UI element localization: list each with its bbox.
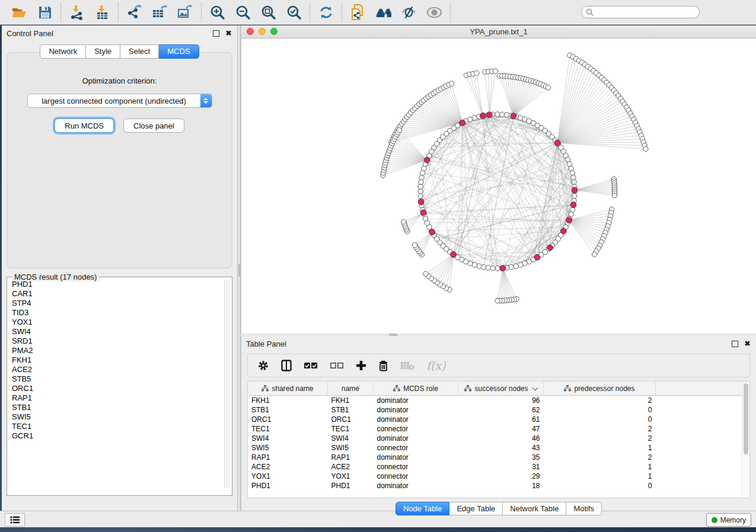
- cell-shared-name[interactable]: STB1: [248, 405, 328, 415]
- cell-MCDS-role[interactable]: connector: [374, 462, 458, 472]
- show-all-icon[interactable]: [426, 4, 442, 20]
- graph-hub-node[interactable]: [500, 265, 506, 271]
- splitter-grip[interactable]: [238, 264, 240, 277]
- cell-successor-nodes[interactable]: 62: [458, 405, 544, 415]
- graph-node[interactable]: [419, 180, 423, 184]
- graph-hub-node[interactable]: [487, 112, 493, 118]
- export-table-icon[interactable]: [152, 4, 168, 20]
- mcds-result-item[interactable]: ORC1: [11, 384, 232, 393]
- cell-name[interactable]: ORC1: [328, 415, 374, 424]
- close-window-icon[interactable]: [247, 28, 254, 35]
- graph-hub-node[interactable]: [511, 113, 516, 119]
- run-mcds-button[interactable]: Run MCDS: [55, 118, 114, 133]
- cell-predecessor-nodes[interactable]: 0: [544, 405, 656, 415]
- graph-node[interactable]: [495, 266, 500, 271]
- add-icon[interactable]: [356, 358, 366, 373]
- column-header-predecessor-nodes[interactable]: predecessor nodes: [544, 382, 656, 396]
- graph-node[interactable]: [571, 175, 576, 180]
- mcds-result-item[interactable]: SWI5: [11, 412, 232, 422]
- cell-name[interactable]: ACE2: [328, 462, 374, 472]
- graph-hub-node[interactable]: [572, 187, 578, 193]
- graph-node[interactable]: [500, 112, 505, 117]
- cell-predecessor-nodes[interactable]: 2: [544, 434, 656, 443]
- graph-hub-node[interactable]: [480, 113, 486, 119]
- mcds-result-item[interactable]: SRD1: [11, 336, 232, 346]
- graph-node[interactable]: [418, 184, 423, 189]
- mcds-result-item[interactable]: STB1: [11, 403, 232, 412]
- graph-node[interactable]: [418, 189, 423, 194]
- graph-node[interactable]: [486, 265, 490, 270]
- cell-name[interactable]: TEC1: [328, 424, 374, 434]
- column-header-MCDS-role[interactable]: MCDS role: [374, 382, 458, 396]
- graph-node[interactable]: [509, 265, 513, 270]
- table-row[interactable]: STB1STB1dominator620: [248, 405, 750, 415]
- tab-mcds[interactable]: MCDS: [159, 44, 199, 59]
- cell-successor-nodes[interactable]: 46: [458, 434, 544, 443]
- cell-predecessor-nodes[interactable]: 1: [544, 462, 656, 472]
- graph-hub-node[interactable]: [424, 157, 430, 163]
- cell-shared-name[interactable]: SWI5: [248, 443, 328, 453]
- table-row[interactable]: TEC1TEC1connector472: [248, 424, 750, 434]
- open-file-icon[interactable]: [11, 4, 27, 20]
- cell-shared-name[interactable]: RAP1: [248, 453, 328, 462]
- cell-successor-nodes[interactable]: 47: [458, 424, 544, 434]
- graph-node[interactable]: [513, 264, 518, 268]
- cell-shared-name[interactable]: SWI4: [248, 434, 328, 443]
- cell-MCDS-role[interactable]: dominator: [374, 396, 458, 406]
- mcds-result-item[interactable]: STP4: [11, 299, 232, 308]
- mcds-result-item[interactable]: RAP1: [11, 393, 232, 403]
- graph-node[interactable]: [423, 271, 428, 276]
- cell-MCDS-role[interactable]: dominator: [374, 405, 458, 415]
- search-input[interactable]: [594, 8, 691, 17]
- cell-name[interactable]: PHD1: [328, 481, 374, 491]
- import-network-icon[interactable]: [69, 4, 85, 20]
- graph-node[interactable]: [449, 81, 454, 86]
- refresh-layout-icon[interactable]: [318, 4, 334, 20]
- cell-shared-name[interactable]: ORC1: [248, 415, 328, 424]
- cell-shared-name[interactable]: ACE2: [248, 462, 328, 472]
- mcds-result-item[interactable]: CAR1: [11, 289, 232, 299]
- cell-predecessor-nodes[interactable]: 0: [544, 415, 656, 424]
- mcds-result-item[interactable]: PMA2: [11, 346, 232, 355]
- tab-network[interactable]: Network: [40, 44, 86, 59]
- cell-predecessor-nodes[interactable]: 1: [544, 443, 656, 453]
- graph-node[interactable]: [546, 85, 550, 90]
- save-icon[interactable]: [37, 4, 53, 20]
- zoom-fit-icon[interactable]: [260, 4, 276, 20]
- mcds-list-scrollbar[interactable]: [224, 280, 231, 488]
- mcds-result-item[interactable]: TID3: [11, 308, 232, 318]
- cell-successor-nodes[interactable]: 31: [458, 462, 544, 472]
- cell-predecessor-nodes[interactable]: 2: [544, 453, 656, 462]
- graph-node[interactable]: [397, 127, 401, 132]
- graph-node[interactable]: [592, 252, 596, 257]
- cell-predecessor-nodes[interactable]: 1: [544, 472, 656, 481]
- cell-name[interactable]: YOX1: [328, 472, 374, 481]
- graph-node[interactable]: [412, 242, 417, 247]
- table-row[interactable]: ORC1ORC1dominator610: [248, 415, 750, 424]
- table-row[interactable]: YOX1YOX1connector291: [248, 472, 750, 481]
- zoom-selected-icon[interactable]: [286, 4, 302, 20]
- cell-successor-nodes[interactable]: 35: [458, 453, 544, 462]
- graph-node[interactable]: [495, 112, 500, 117]
- mcds-result-item[interactable]: GCR1: [11, 431, 232, 441]
- table-row[interactable]: SWI4SWI4dominator462: [248, 434, 750, 443]
- tab-node-table[interactable]: Node Table: [395, 502, 450, 515]
- mcds-result-item[interactable]: PHD1: [11, 280, 232, 289]
- minimize-window-icon[interactable]: [259, 28, 266, 35]
- zoom-out-icon[interactable]: [235, 4, 251, 20]
- mcds-result-item[interactable]: STB5: [11, 374, 232, 384]
- tab-edge-table[interactable]: Edge Table: [449, 502, 503, 515]
- graph-hub-node[interactable]: [554, 140, 560, 146]
- task-history-button[interactable]: [5, 513, 25, 527]
- mcds-result-item[interactable]: SWI4: [11, 327, 232, 336]
- table-row[interactable]: RAP1RAP1dominator352: [248, 453, 750, 462]
- tab-style[interactable]: Style: [86, 44, 120, 59]
- cell-successor-nodes[interactable]: 43: [458, 443, 544, 453]
- network-canvas[interactable]: [241, 39, 756, 334]
- cell-MCDS-role[interactable]: connector: [374, 424, 458, 434]
- search-input-box[interactable]: [581, 6, 700, 18]
- tab-network-table[interactable]: Network Table: [503, 502, 566, 515]
- cell-MCDS-role[interactable]: dominator: [374, 481, 458, 491]
- graph-node[interactable]: [493, 69, 497, 73]
- cell-MCDS-role[interactable]: dominator: [374, 453, 458, 462]
